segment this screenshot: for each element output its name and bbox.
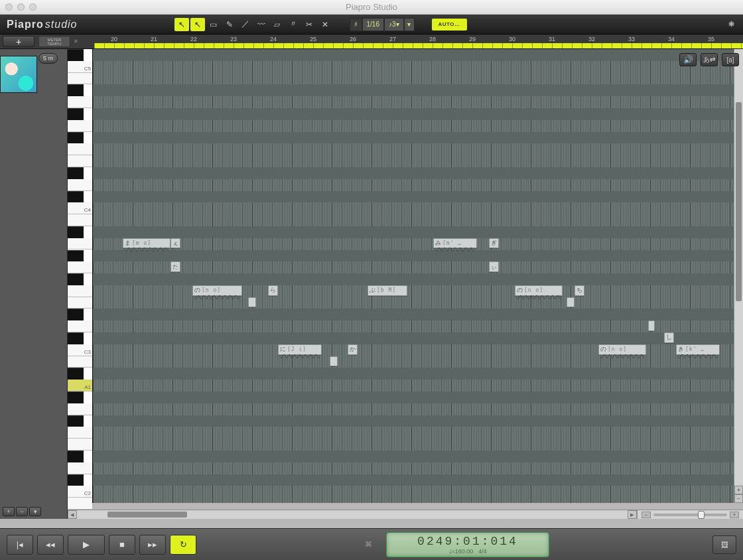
- piano-key[interactable]: C3: [68, 344, 92, 356]
- piano-key-black[interactable]: [68, 451, 84, 462]
- note[interactable]: ち: [574, 285, 584, 296]
- piano-key[interactable]: [68, 261, 92, 273]
- piano-key-black[interactable]: [68, 250, 84, 262]
- singer-badge[interactable]: 5 m: [38, 53, 58, 64]
- phoneme-toggle-icon[interactable]: [a]: [722, 53, 739, 66]
- ruler-bar[interactable]: 26: [333, 35, 373, 48]
- snap-value[interactable]: 1/16: [362, 18, 384, 31]
- note[interactable]: た: [170, 261, 180, 272]
- piano-key[interactable]: C5: [68, 61, 92, 73]
- track-menu-mini[interactable]: ▾: [29, 507, 41, 516]
- ruler-bar[interactable]: 32: [572, 35, 612, 48]
- vscroll-thumb[interactable]: [736, 102, 742, 301]
- ruler-bar[interactable]: 28: [413, 35, 452, 48]
- piano-key[interactable]: [68, 179, 92, 191]
- note[interactable]: [248, 297, 256, 308]
- snap-mode[interactable]: ♪3▾: [384, 18, 404, 31]
- ruler-bar[interactable]: 24: [253, 35, 293, 48]
- hzoom-in-icon[interactable]: +: [730, 512, 739, 518]
- hscroll-right-icon[interactable]: ▸: [628, 510, 637, 519]
- settings-gear-icon[interactable]: ❋: [723, 18, 739, 31]
- picture-button-icon[interactable]: 🖼: [712, 535, 736, 554]
- vzoom-out-icon[interactable]: −: [734, 494, 743, 503]
- note[interactable]: に[J i]: [278, 344, 322, 355]
- note[interactable]: [567, 297, 574, 308]
- eraser-tool[interactable]: ▱: [270, 18, 285, 31]
- add-track-button[interactable]: +: [3, 36, 34, 47]
- ruler-bar[interactable]: 35: [691, 35, 731, 48]
- piano-key[interactable]: [68, 297, 92, 309]
- note[interactable]: み[m' …: [433, 238, 477, 249]
- note[interactable]: ぃ: [489, 261, 499, 272]
- pointer-tool[interactable]: ↖: [174, 18, 189, 31]
- ruler-bar[interactable]: 33: [612, 35, 651, 48]
- audio-toggle-icon[interactable]: 🔊: [679, 53, 697, 66]
- piano-key-black[interactable]: [68, 84, 84, 96]
- piano-key[interactable]: [68, 214, 92, 226]
- highlight-tool[interactable]: 〃: [286, 18, 301, 31]
- note[interactable]: ぎ: [489, 238, 499, 249]
- piano-key-black[interactable]: [68, 108, 84, 120]
- forward-button[interactable]: ▸▸: [139, 535, 166, 555]
- pointer-tool-alt[interactable]: ↖: [190, 18, 205, 31]
- track-remove-mini[interactable]: −: [16, 507, 28, 516]
- piano-key[interactable]: [68, 96, 92, 108]
- note-grid[interactable]: ま[m ɑ]ぇたの[n o]らに[J i]かぶ[b M]み[m' …ぎぃの[n …: [93, 49, 743, 503]
- piano-key[interactable]: [68, 462, 92, 474]
- ruler-bar[interactable]: 34: [651, 35, 691, 48]
- piano-keyboard[interactable]: C5C4C3A1C2: [68, 49, 93, 503]
- ruler-bar[interactable]: 20: [94, 35, 134, 48]
- piano-key-black[interactable]: [68, 415, 84, 427]
- pencil-tool[interactable]: ✎: [222, 18, 237, 31]
- piano-key[interactable]: [68, 403, 92, 415]
- snap-dropdown-icon[interactable]: ▾: [404, 18, 415, 31]
- piano-key-black[interactable]: [68, 368, 84, 380]
- piano-key[interactable]: A1: [68, 380, 92, 391]
- hzoom-slider[interactable]: [653, 514, 727, 516]
- piano-key-black[interactable]: [68, 167, 84, 179]
- auto-button[interactable]: AUTO…: [432, 19, 467, 31]
- go-start-button[interactable]: |◂: [7, 535, 33, 555]
- piano-key[interactable]: [68, 356, 92, 368]
- horizontal-scrollbar[interactable]: ◂ ▸ − +: [68, 510, 743, 519]
- note[interactable]: き[k' …: [676, 344, 720, 355]
- select-tool[interactable]: ▭: [206, 18, 221, 31]
- singer-avatar[interactable]: [0, 56, 37, 93]
- piano-key-black[interactable]: [68, 273, 84, 285]
- piano-key[interactable]: [68, 155, 92, 167]
- piano-key[interactable]: [68, 427, 92, 439]
- piano-key[interactable]: [68, 320, 92, 332]
- piano-key[interactable]: C2: [68, 486, 92, 498]
- hscroll-thumb[interactable]: [107, 512, 187, 518]
- timeline-ruler[interactable]: 2021222324252627282930313233343536: [94, 35, 743, 48]
- piano-key[interactable]: [68, 285, 92, 297]
- ruler-bar[interactable]: 36: [731, 35, 743, 48]
- piano-key-black[interactable]: [68, 191, 84, 203]
- piano-key-black[interactable]: [68, 49, 84, 61]
- vertical-scrollbar[interactable]: + −: [734, 49, 743, 503]
- hscroll-left-icon[interactable]: ◂: [68, 510, 77, 519]
- piano-key-black[interactable]: [68, 474, 84, 486]
- ruler-bar[interactable]: 29: [452, 35, 492, 48]
- vzoom-in-icon[interactable]: +: [734, 486, 743, 494]
- piano-key[interactable]: C4: [68, 202, 92, 214]
- link-icon[interactable]: ⌘: [360, 536, 377, 553]
- piano-key-black[interactable]: [68, 332, 84, 344]
- piano-key-black[interactable]: [68, 132, 84, 144]
- knife-tool[interactable]: ✂: [302, 18, 316, 31]
- hzoom-knob[interactable]: [698, 511, 705, 519]
- note[interactable]: ぶ[b M]: [368, 285, 407, 296]
- line-tool[interactable]: ／: [238, 18, 253, 31]
- snap-controls[interactable]: ♯ 1/16 ♪3▾ ▾: [350, 18, 415, 31]
- snap-icon[interactable]: ♯: [350, 18, 362, 31]
- piano-key[interactable]: [68, 120, 92, 132]
- note[interactable]: ぇ: [170, 238, 180, 249]
- piano-key[interactable]: [68, 73, 92, 85]
- curve-tool[interactable]: 〰: [254, 18, 269, 31]
- ruler-bar[interactable]: 27: [373, 35, 413, 48]
- note[interactable]: の[n o]: [192, 285, 242, 296]
- piano-key-black[interactable]: [68, 309, 84, 320]
- note[interactable]: し: [664, 332, 674, 343]
- piano-key[interactable]: [68, 498, 92, 510]
- loop-button[interactable]: ↻: [170, 535, 196, 555]
